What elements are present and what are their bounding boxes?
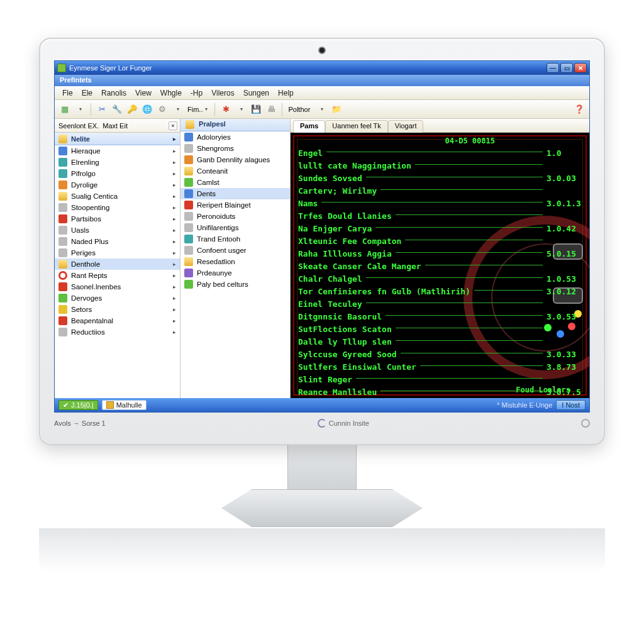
row-label: Sundes Sovsed xyxy=(298,174,362,183)
status-pill[interactable]: ✔ J.15|0.| xyxy=(58,400,98,410)
status-button[interactable]: I Nost xyxy=(556,400,586,410)
item-icon xyxy=(58,305,67,314)
tree-item[interactable]: Hieraque▸ xyxy=(55,145,180,157)
tree-item-label: Hieraque xyxy=(71,147,101,155)
tree-item-label: Saonel.lnenbes xyxy=(71,283,121,291)
tree-item[interactable]: Stoopenting▸ xyxy=(55,202,180,213)
item-icon xyxy=(58,316,67,325)
tree-item[interactable]: Periges▸ xyxy=(55,247,180,258)
row-line xyxy=(366,277,543,278)
menu-item[interactable]: Whgle xyxy=(157,87,186,99)
tree-item[interactable]: Reductiios▸ xyxy=(55,326,180,338)
list-item[interactable]: Conteanit xyxy=(180,165,290,177)
tree-item[interactable]: Uasls▸ xyxy=(55,225,180,236)
toolbar-new-icon[interactable]: ▦ xyxy=(58,103,71,116)
minimize-button[interactable]: — xyxy=(547,63,559,73)
toolbar-key-icon[interactable]: 🔑 xyxy=(126,103,138,116)
list-item[interactable]: Unifilarentigs xyxy=(180,222,290,233)
status-field[interactable]: Malhulle xyxy=(102,400,147,410)
power-icon[interactable] xyxy=(581,419,590,428)
panel-date: 04-D5 00815 xyxy=(445,136,495,145)
maximize-button[interactable]: ▭ xyxy=(560,63,573,73)
row-label: Carterv; Wirilmy xyxy=(298,186,377,196)
menu-item[interactable]: View xyxy=(131,87,155,99)
toolbar-help-icon[interactable]: ❓ xyxy=(573,103,586,116)
menu-item[interactable]: Fle xyxy=(58,87,77,99)
toolbar-polthor-label[interactable]: Polthor xyxy=(287,106,313,113)
list-item[interactable]: Reripert Blainget xyxy=(180,199,290,211)
tree-item[interactable]: Saonel.lnenbes▸ xyxy=(55,281,180,292)
folder-icon xyxy=(186,120,194,129)
toolbar-fim-dropdown[interactable]: Fim.. xyxy=(186,106,210,113)
row-label: Skeate Canser Cale Manger xyxy=(298,262,421,271)
item-icon xyxy=(184,280,193,289)
toolbar-cut-icon[interactable]: ✂ xyxy=(96,103,108,116)
tree-item[interactable]: Dervoges▸ xyxy=(55,292,180,304)
list-item[interactable]: Confoent usger xyxy=(180,245,290,256)
list-item-label: Dents xyxy=(197,190,216,197)
toolbar-wrench-icon[interactable]: 🔧 xyxy=(111,103,123,116)
toolbar-star-icon[interactable]: ✱ xyxy=(219,103,232,116)
list-item[interactable]: Paly bed celturs xyxy=(180,279,290,290)
list-item[interactable]: Resedatlion xyxy=(180,256,290,267)
tree-heading-label: Nelite xyxy=(71,135,90,143)
item-icon xyxy=(184,155,193,164)
list-item[interactable]: Ganb Dennlity alagues xyxy=(180,154,290,165)
terminal-panel: 04-D5 00815 Foud Lonlers Engel1.0lullt c… xyxy=(291,133,589,398)
tab[interactable]: Pams xyxy=(293,120,325,133)
menu-item[interactable]: Sungen xyxy=(240,87,273,99)
search-clear-icon[interactable]: × xyxy=(169,121,177,130)
toolbar-star-dropdown-icon[interactable] xyxy=(235,103,247,116)
list-item-label: Ganb Dennlity alagues xyxy=(197,156,270,164)
toolbar-gear-icon[interactable]: ⚙ xyxy=(156,103,169,116)
row-label: Einel Teculey xyxy=(298,299,362,309)
close-button[interactable]: ✕ xyxy=(574,63,587,73)
toolbar-dropdown-icon[interactable] xyxy=(74,103,86,116)
menu-item[interactable]: Vileros xyxy=(208,87,238,99)
tree-item[interactable]: Dyrolige▸ xyxy=(55,179,180,191)
data-row: Nams3.0.1.3 xyxy=(298,197,582,209)
tree-item[interactable]: Naded Plus▸ xyxy=(55,236,180,247)
check-icon: ✔ xyxy=(63,401,69,409)
toolbar-gear-dropdown-icon[interactable] xyxy=(171,103,184,116)
tree-item[interactable]: Sualig Centica▸ xyxy=(55,191,180,202)
chevron-right-icon: ▸ xyxy=(173,284,176,290)
application-window: Eynmese Siger Lor Funger — ▭ ✕ Prefintet… xyxy=(54,60,590,413)
list-item[interactable]: Shengroms xyxy=(180,143,290,154)
list-item[interactable]: Dents xyxy=(180,188,290,199)
tree-heading[interactable]: Nelite ▸ xyxy=(55,133,180,145)
toolbar-polthor-dropdown-icon[interactable] xyxy=(315,103,328,116)
statusbar: ✔ J.15|0.| Malhulle ° Mistuhle E·Unge I … xyxy=(55,398,589,412)
tree-item[interactable]: Beapentalnal▸ xyxy=(55,315,180,326)
row-value: 3.8.73 xyxy=(547,362,582,372)
menu-item[interactable]: Help xyxy=(274,87,297,99)
toolbar-folder-icon[interactable]: 📁 xyxy=(330,103,343,116)
menu-item[interactable]: Ele xyxy=(78,87,96,99)
tree-item[interactable]: Elrenling▸ xyxy=(55,157,180,168)
tree-item[interactable]: Partsibos▸ xyxy=(55,213,180,225)
toolbar-globe-icon[interactable]: 🌐 xyxy=(141,103,153,116)
list-item[interactable]: Trand Entooh xyxy=(180,233,290,245)
menu-item[interactable]: Ranolis xyxy=(97,87,130,99)
row-label: Chalr Chalgel xyxy=(298,274,362,284)
list-item[interactable]: Adoloryies xyxy=(180,131,290,143)
item-icon xyxy=(184,223,193,232)
status-link[interactable]: ° Mistuhle E·Unge xyxy=(497,401,552,409)
tree-item-label: Periges xyxy=(71,249,96,257)
tree-item[interactable]: Setors▸ xyxy=(55,304,180,315)
menu-item[interactable]: -Hp xyxy=(187,87,206,99)
list-item-label: Confoent usger xyxy=(197,247,247,254)
tab[interactable]: Uanmen feel Tk xyxy=(325,120,387,133)
list-item[interactable]: Peronoiduts xyxy=(180,211,290,222)
tree-item-label: Uasls xyxy=(71,226,89,234)
list-item[interactable]: Prdeaunye xyxy=(180,267,290,279)
toolbar-print-icon[interactable]: 🖶 xyxy=(265,103,277,116)
tab[interactable]: Viogart xyxy=(388,120,424,133)
list-item-label: Paly bed celturs xyxy=(197,280,248,288)
item-icon xyxy=(184,167,193,175)
toolbar-save-icon[interactable]: 💾 xyxy=(250,103,262,116)
list-item[interactable]: Camlst xyxy=(180,177,290,188)
tree-item[interactable]: Rant Repts▸ xyxy=(55,270,180,281)
tree-item[interactable]: Denthole▸ xyxy=(55,258,180,270)
tree-item[interactable]: Pifrolgo▸ xyxy=(55,168,180,179)
